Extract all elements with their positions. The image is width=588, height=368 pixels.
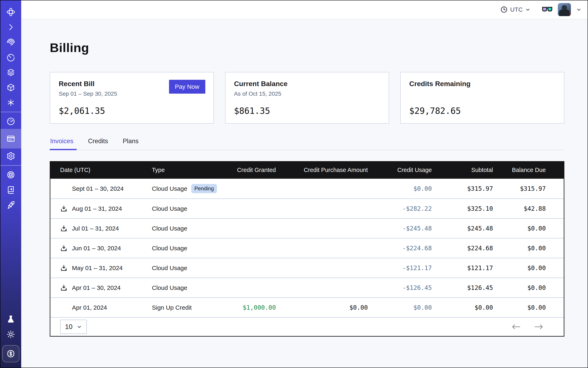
table-row: Apr 01 – 30, 2024 Cloud Usage -$126.45 $… — [50, 278, 564, 297]
subtotal-value: $126.45 — [432, 284, 493, 291]
column-header: Type — [152, 167, 234, 173]
invoice-type: Cloud Usage — [152, 205, 187, 212]
tab-invoices[interactable]: Invoices — [50, 136, 75, 150]
subtotal-value: $315.97 — [432, 185, 493, 192]
logo-orbit-icon[interactable] — [0, 4, 21, 19]
spiral-eye-icon[interactable] — [0, 35, 21, 50]
expand-chevron-icon[interactable] — [0, 19, 21, 35]
download-invoice-button[interactable] — [60, 245, 67, 252]
invoice-date: Jul 01 – 31, 2024 — [72, 225, 119, 232]
download-icon — [60, 205, 67, 212]
download-invoice-button[interactable] — [60, 284, 67, 292]
timezone-selector[interactable]: UTC — [500, 6, 531, 13]
pricing-dollar-icon[interactable] — [2, 345, 19, 362]
subtotal-value: $245.48 — [432, 225, 493, 232]
invoice-date: Aug 01 – 31, 2024 — [72, 205, 122, 212]
theme-sun-icon[interactable] — [0, 327, 21, 342]
timer-icon[interactable] — [0, 50, 21, 65]
invoice-table-body: Sept 01 – 30, 2024 Cloud Usage Pending $… — [50, 179, 564, 317]
cube-icon[interactable] — [0, 80, 21, 95]
page-size-value: 10 — [65, 323, 72, 331]
invoice-type: Cloud Usage — [152, 185, 187, 192]
invoice-date: Apr 01 – 30, 2024 — [72, 284, 121, 291]
layers-icon[interactable] — [0, 65, 21, 80]
invoice-type: Cloud Usage — [152, 225, 187, 232]
ship-wheel-icon[interactable] — [0, 167, 21, 182]
download-icon — [60, 284, 67, 292]
credit-usage-value: -$245.48 — [368, 225, 432, 232]
card-title: Credits Remaining — [409, 80, 555, 88]
invoice-type: Cloud Usage — [152, 284, 187, 291]
download-invoice-button[interactable] — [60, 205, 67, 212]
credits-remaining-card: Credits Remaining $29,782.65 — [400, 72, 564, 124]
column-header: Date (UTC) — [60, 167, 152, 173]
download-icon — [60, 264, 67, 272]
column-header: Credit Granted — [234, 167, 276, 173]
recent-bill-amount: $2,061.35 — [59, 106, 205, 116]
credit-usage-value: -$121.17 — [368, 264, 432, 272]
billing-page: Billing Recent Bill Sep 01 – Sep 30, 202… — [21, 19, 588, 368]
invoice-date: Jun 01 – 30, 2024 — [72, 245, 121, 252]
glasses-icon[interactable] — [542, 6, 552, 14]
sidebar — [0, 0, 21, 368]
balance-due-value: $0.00 — [493, 304, 546, 311]
current-balance-amount: $861.35 — [234, 106, 380, 116]
balance-as-of: As of Oct 15, 2025 — [234, 91, 380, 97]
sidebar-divider — [0, 165, 21, 166]
pagination-bar: 10 — [50, 317, 564, 336]
download-icon — [60, 225, 67, 232]
gear-icon[interactable] — [0, 148, 21, 164]
credit-usage-value: $0.00 — [368, 185, 432, 192]
page-title: Billing — [50, 40, 564, 55]
rocket-icon[interactable] — [0, 197, 21, 212]
column-header: Credit Purchase Amount — [276, 167, 368, 173]
column-header: Credit Usage — [368, 167, 432, 173]
tab-plans[interactable]: Plans — [122, 136, 140, 150]
table-row: May 01 – 31, 2024 Cloud Usage -$121.17 $… — [50, 258, 564, 278]
summary-cards: Recent Bill Sep 01 – Sep 30, 2025 Pay No… — [50, 72, 564, 124]
pay-now-button[interactable]: Pay Now — [169, 80, 205, 94]
table-row: Aug 01 – 31, 2024 Cloud Usage -$282.22 $… — [50, 199, 564, 218]
subtotal-value: $224.68 — [432, 245, 493, 252]
table-row: Jul 01 – 31, 2024 Cloud Usage -$245.48 $… — [50, 218, 564, 238]
prev-page-arrow-icon[interactable] — [511, 323, 521, 330]
topbar: UTC — [21, 0, 588, 19]
invoice-date: May 01 – 31, 2024 — [72, 265, 123, 272]
avatar[interactable] — [558, 3, 571, 16]
billing-card-icon[interactable] — [0, 129, 21, 148]
download-invoice-button[interactable] — [60, 225, 67, 232]
status-badge: Pending — [191, 184, 217, 193]
billing-tabs: InvoicesCreditsPlans — [50, 136, 564, 150]
gauge-icon[interactable] — [0, 114, 21, 129]
chevron-down-icon[interactable] — [576, 7, 581, 12]
column-header: Balance Due — [493, 167, 546, 173]
page-size-select[interactable]: 10 — [60, 320, 87, 334]
chevron-down-icon — [77, 324, 82, 330]
labs-flask-icon[interactable] — [0, 312, 21, 327]
subtotal-value: $121.17 — [432, 264, 493, 272]
tab-credits[interactable]: Credits — [88, 136, 109, 150]
credit-usage-value: -$224.68 — [368, 245, 432, 252]
invoice-date: Sept 01 – 30, 2024 — [72, 185, 124, 192]
main-area: UTC Billing Recent Bill Sep 01 – Sep 30,… — [21, 0, 588, 368]
current-balance-card: Current Balance As of Oct 15, 2025 $861.… — [225, 72, 389, 124]
credit-granted-value: $1,000.00 — [234, 304, 276, 311]
credits-remaining-amount: $29,782.65 — [409, 106, 555, 116]
invoice-type: Sign Up Credit — [152, 304, 192, 311]
invoice-type: Cloud Usage — [152, 245, 187, 252]
balance-due-value: $0.00 — [493, 284, 546, 291]
table-header-row: Date (UTC)TypeCredit GrantedCredit Purch… — [50, 161, 564, 179]
column-header: Subtotal — [432, 167, 493, 173]
subtotal-value: $0.00 — [432, 304, 493, 311]
asterisk-icon[interactable] — [0, 95, 21, 110]
balance-due-value: $0.00 — [493, 225, 546, 232]
sidebar-divider — [0, 112, 21, 112]
table-row: Sept 01 – 30, 2024 Cloud Usage Pending $… — [50, 179, 564, 199]
clock-icon — [500, 6, 508, 13]
next-page-arrow-icon[interactable] — [534, 323, 544, 330]
subtotal-value: $325.10 — [432, 205, 493, 212]
download-invoice-button[interactable] — [60, 264, 67, 272]
docs-book-icon[interactable] — [0, 182, 21, 197]
timezone-label: UTC — [510, 6, 523, 13]
table-row: Jun 01 – 30, 2024 Cloud Usage -$224.68 $… — [50, 238, 564, 258]
